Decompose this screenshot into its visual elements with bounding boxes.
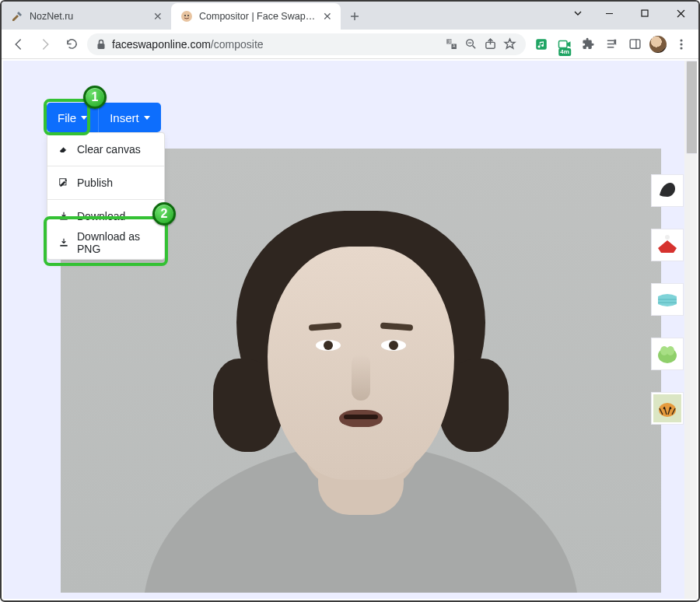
reading-list-icon[interactable] [600,33,622,55]
zoom-out-icon[interactable] [464,37,478,51]
translate-icon[interactable]: 文A [445,37,458,51]
eraser-icon [58,144,69,155]
dd-label: Download [77,210,125,222]
menu-icon[interactable] [670,33,692,55]
browser-titlebar: NozNet.ru ✕ Compositor | Face Swap Onlin… [2,2,698,30]
annotation-badge-2: 2 [152,202,176,226]
window-controls [565,2,698,25]
publish-item[interactable]: Publish [47,170,164,196]
extension-video-icon[interactable]: 4m [554,33,576,55]
address-bar[interactable]: faceswaponline.com/composite 文A [87,33,526,55]
tab-label: NozNet.ru [30,11,146,22]
face-favicon-icon [180,10,193,23]
svg-point-1 [184,15,186,16]
download-png-item[interactable]: Download as PNG [47,229,164,256]
close-window-button[interactable] [663,2,698,25]
reload-button[interactable] [61,33,82,55]
dd-label: Download as PNG [77,230,153,255]
caret-down-icon [81,116,87,120]
vertical-scrollbar[interactable] [684,61,697,599]
forward-button[interactable] [34,33,56,55]
svg-point-15 [665,235,670,240]
page-viewport: File Insert Clear canvas Publish Downloa… [3,61,697,599]
scrollbar-thumb[interactable] [686,61,697,154]
asset-thumbnail[interactable] [651,338,684,370]
svg-text:文: 文 [448,39,452,44]
wrench-screwdriver-icon [11,10,23,23]
svg-rect-9 [536,39,547,50]
insert-menu-label: Insert [110,111,139,124]
close-icon[interactable]: ✕ [322,11,333,22]
svg-point-21 [663,408,666,410]
profile-avatar[interactable] [647,33,669,55]
annotation-badge-1: 1 [83,86,107,109]
svg-rect-11 [630,40,640,48]
side-panel-icon[interactable] [624,33,646,55]
extension-music-icon[interactable] [530,33,552,55]
svg-rect-4 [98,44,105,49]
extensions-icon[interactable] [577,33,599,55]
browser-toolbar: faceswaponline.com/composite 文A 4m [2,30,698,59]
insert-menu-button[interactable]: Insert [98,103,161,132]
back-button[interactable] [8,33,30,55]
download-icon [58,237,69,248]
svg-point-13 [680,43,682,45]
maximize-button[interactable] [627,2,663,25]
svg-rect-10 [559,40,568,47]
svg-point-20 [659,403,676,417]
separator [47,199,164,200]
minimize-button[interactable] [591,2,627,25]
tab-noznet[interactable]: NozNet.ru ✕ [2,3,171,30]
svg-point-22 [670,408,672,410]
svg-point-2 [187,15,189,16]
asset-thumbnail[interactable] [651,229,684,261]
app-menubar: File Insert Clear canvas Publish Downloa… [47,103,161,132]
tab-compositor[interactable]: Compositor | Face Swap Online ✕ [171,3,341,30]
svg-point-12 [680,39,682,41]
badge-4m: 4m [558,48,571,56]
tab-label: Compositor | Face Swap Online [199,11,316,22]
svg-rect-3 [642,10,648,16]
asset-thumbnail[interactable] [651,392,684,425]
lock-icon [96,39,106,50]
separator [47,166,164,166]
svg-point-0 [181,11,192,22]
share-icon[interactable] [484,37,497,51]
clear-canvas-item[interactable]: Clear canvas [47,136,164,163]
dd-label: Publish [77,177,113,189]
file-menu-label: File [58,111,76,124]
url-text: faceswaponline.com/composite [112,38,439,51]
star-icon[interactable] [503,37,516,51]
asset-thumbnail[interactable] [651,174,684,207]
svg-point-18 [667,346,674,355]
svg-point-14 [680,47,682,49]
new-tab-button[interactable] [344,5,366,27]
chevron-down-icon[interactable] [565,2,591,25]
caret-down-icon [144,116,150,120]
dd-label: Clear canvas [77,143,141,156]
asset-thumbnail[interactable] [651,283,684,316]
asset-thumbnail-list [651,174,684,425]
download-icon [58,211,69,222]
edit-icon [58,177,69,188]
download-item[interactable]: Download [47,203,164,229]
file-dropdown: Clear canvas Publish Download Download a… [47,132,165,260]
close-icon[interactable]: ✕ [152,11,163,22]
